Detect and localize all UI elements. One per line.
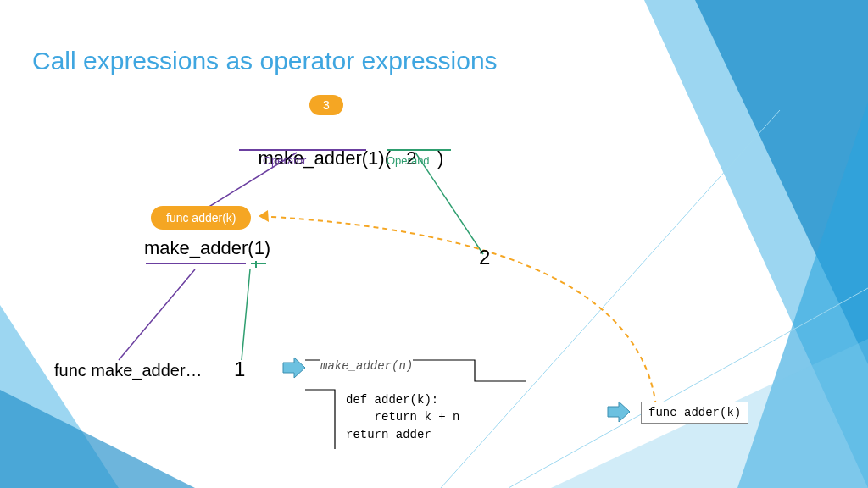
- leaf-func-make-adder: func make_adder…: [54, 361, 203, 380]
- svg-marker-1: [695, 0, 868, 364]
- page-title: Call expressions as operator expressions: [32, 47, 498, 75]
- arrow-right-icon: [281, 356, 307, 380]
- svg-line-6: [441, 110, 780, 488]
- svg-line-10: [119, 269, 195, 360]
- svg-line-7: [509, 288, 868, 488]
- code-call-header: make_adder(n): [320, 359, 413, 373]
- svg-marker-3: [0, 305, 119, 488]
- svg-marker-12: [259, 210, 269, 222]
- operand-label: Operand: [387, 154, 430, 167]
- operator-label: Operator: [263, 154, 306, 167]
- leaf-two: 2: [479, 246, 490, 269]
- code-body: def adder(k): return k + n return adder: [346, 391, 459, 443]
- svg-marker-14: [608, 402, 630, 422]
- result-badge: 3: [309, 95, 343, 115]
- svg-line-11: [242, 269, 250, 360]
- sub-operator-underline: [146, 263, 246, 264]
- svg-marker-4: [0, 390, 195, 488]
- returned-function-box: func adder(k): [641, 402, 748, 424]
- sub-operand-tick: [255, 261, 257, 268]
- leaf-one: 1: [234, 358, 245, 381]
- sub-operand-underline: [251, 263, 266, 264]
- evaluated-operator-capsule: func adder(k): [151, 206, 251, 230]
- slide: Call expressions as operator expressions…: [0, 0, 868, 488]
- sub-expression: make_adder(1): [144, 237, 270, 259]
- svg-marker-2: [737, 102, 868, 488]
- svg-marker-13: [283, 358, 305, 378]
- arrow-right-icon: [606, 400, 632, 424]
- operator-underline: [239, 149, 366, 151]
- operand-underline: [387, 149, 451, 151]
